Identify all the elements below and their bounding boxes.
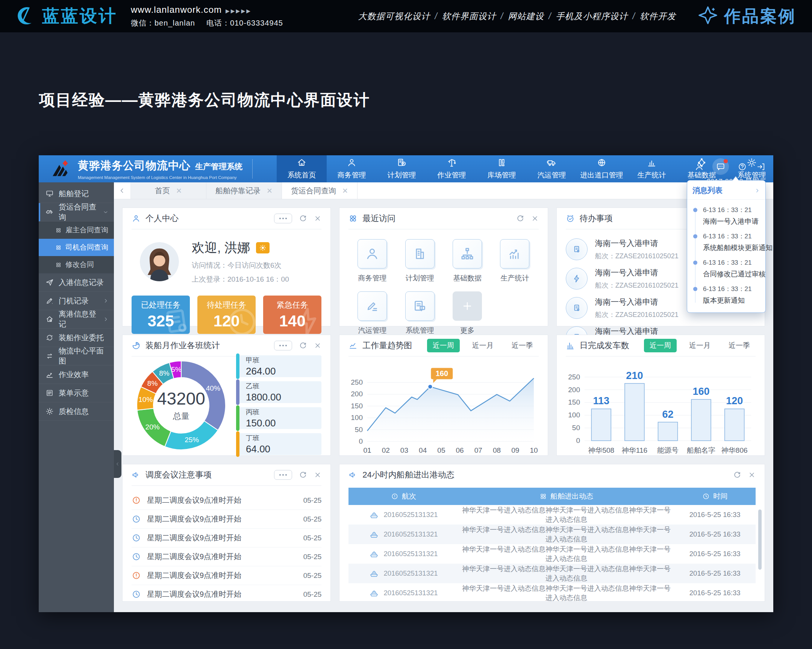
table-row[interactable]: 20160525131321神华天津一号进入动态信息神华天津一号进入动态信息神华… — [348, 525, 756, 544]
app-label: 生产统计 — [501, 273, 529, 283]
donut-legend: 甲班264.00乙班1800.00丙班150.00丁班64.00 — [237, 355, 321, 455]
grid-icon — [55, 262, 62, 268]
tab-bar: 首页✕船舶停靠记录✕货运合同查询✕ — [114, 182, 773, 199]
svg-text:50: 50 — [355, 426, 363, 434]
sidebar-label: 菜单示意 — [59, 388, 89, 398]
meeting-item[interactable]: 星期二调度会议9点准时开始05-25 — [131, 491, 321, 510]
filter-2[interactable]: 近一季 — [723, 339, 756, 352]
visit-info: 访问情况：今日访问次数6次 — [192, 261, 289, 270]
sidebar-item-3[interactable]: 门机记录 — [39, 292, 114, 310]
table-row[interactable]: 20160525131321神华天津一号进入动态信息神华天津一号进入动态信息神华… — [348, 563, 756, 583]
app-shortcut[interactable]: 计划管理 — [405, 239, 435, 283]
meeting-text: 星期二调度会议9点准时开始 — [147, 570, 241, 580]
sidebar-subitem-2[interactable]: 修改合同 — [39, 256, 114, 273]
more-button[interactable] — [274, 214, 292, 223]
meeting-item[interactable]: 星期二调度会议9点准时开始05-25 — [131, 529, 321, 547]
ship-time: 2016-5-25 16:33 — [674, 563, 756, 583]
sidebar-subitem-0[interactable]: 雇主合同查询 — [39, 221, 114, 239]
app-shortcut[interactable]: 生产统计 — [500, 239, 529, 283]
app-shortcut[interactable]: 基础数据 — [453, 239, 482, 283]
sidebar-subitem-1[interactable]: 司机合同查询 — [39, 239, 114, 256]
filter-1[interactable]: 近一月 — [467, 339, 499, 352]
nav-item-7[interactable]: 生产统计 — [627, 155, 677, 182]
sidebar-item-7[interactable]: 作业效率 — [39, 365, 114, 384]
message-item[interactable]: 6-13 16：33：21海南一号入港申请 — [687, 203, 765, 229]
sidebar-item-0[interactable]: 船舶登记 — [39, 185, 114, 203]
refresh-icon[interactable] — [733, 471, 741, 479]
app-shortcut[interactable]: 汽运管理 — [357, 292, 387, 335]
nav-item-6[interactable]: 进出道口管理 — [577, 155, 627, 182]
close-icon[interactable]: ✕ — [176, 186, 182, 195]
sidebar-item-8[interactable]: 菜单示意 — [39, 384, 114, 402]
sidebar-item-2[interactable]: 入港信息记录 — [39, 273, 114, 292]
app-shortcut[interactable]: 商务管理 — [357, 239, 387, 283]
sidebar-item-9[interactable]: 质检信息 — [39, 402, 114, 421]
help-icon[interactable] — [736, 161, 748, 172]
chevron-right-icon[interactable] — [754, 188, 760, 194]
tab-scroll-left-button[interactable] — [114, 182, 131, 199]
nav-item-5[interactable]: 汽运管理 — [527, 155, 577, 182]
alert-icon — [131, 496, 141, 505]
crane-icon — [447, 157, 457, 168]
site-logo[interactable]: 蓝蓝设计 — [0, 5, 117, 28]
app-shortcut[interactable]: 更多 — [453, 292, 482, 335]
app-shortcut[interactable]: 系统管理 — [405, 292, 435, 335]
close-icon[interactable] — [314, 342, 321, 349]
nav-item-4[interactable]: 库场管理 — [477, 155, 527, 182]
sidebar-item-4[interactable]: 离港信息登记 — [39, 310, 114, 328]
table-row[interactable]: 20160525131321神华天津一号进入动态信息神华天津一号进入动态信息神华… — [348, 583, 756, 601]
site-url[interactable]: www.lanlanwork.com — [131, 5, 222, 15]
svg-text:50: 50 — [572, 424, 580, 432]
filter-0[interactable]: 近一周 — [427, 339, 460, 352]
refresh-icon[interactable] — [299, 341, 307, 350]
meeting-date: 05-25 — [304, 496, 322, 505]
close-icon[interactable]: ✕ — [267, 186, 273, 195]
sidebar-item-6[interactable]: 物流中心平面图 — [39, 347, 114, 365]
close-icon[interactable]: ✕ — [342, 186, 348, 195]
dashboard-screenshot: 黄骅港务公司物流中心 生产管理系统 Management Management … — [39, 155, 773, 612]
message-text: 合同修改已通过审核 — [703, 269, 761, 279]
meeting-item[interactable]: 星期二调度会议9点准时开始05-25 — [131, 547, 321, 566]
refresh-icon[interactable] — [516, 214, 524, 223]
nav-item-3[interactable]: 作业管理 — [427, 155, 477, 182]
sidebar-item-1[interactable]: 货运合同查询 — [39, 203, 114, 221]
sidebar-item-5[interactable]: 装船作业委托 — [39, 328, 114, 347]
table-row[interactable]: 20160525131321神华天津一号进入动态信息神华天津一号进入动态信息神华… — [348, 505, 756, 525]
table-row[interactable]: 20160525131321神华天津一号进入动态信息神华天津一号进入动态信息神华… — [348, 544, 756, 563]
close-icon[interactable] — [748, 471, 756, 479]
port-logo-icon — [51, 159, 72, 178]
filter-1[interactable]: 近一月 — [684, 339, 716, 352]
message-item[interactable]: 6-13 16：33：21合同修改已通过审核 — [687, 255, 765, 282]
more-button[interactable] — [274, 341, 292, 350]
refresh-icon[interactable] — [299, 214, 307, 223]
close-icon[interactable] — [531, 215, 539, 222]
svg-text:05: 05 — [438, 446, 446, 454]
nav-item-2[interactable]: 计划管理 — [377, 155, 427, 182]
close-icon[interactable] — [314, 215, 321, 222]
tab-1[interactable]: 船舶停靠记录✕ — [206, 182, 282, 199]
svg-text:船舶名字: 船舶名字 — [687, 446, 715, 454]
message-item[interactable]: 6-13 16：33：21系统船舶模块更新通知 — [687, 229, 765, 255]
donut-chart: 40%25%20%10%8%8%5%43200总量 — [131, 357, 231, 454]
filter-0[interactable]: 近一周 — [644, 339, 677, 352]
filter-2[interactable]: 近一季 — [506, 339, 539, 352]
meeting-item[interactable]: 星期二调度会议9点准时开始05-25 — [131, 510, 321, 529]
tab-0[interactable]: 首页✕ — [131, 182, 206, 199]
messages-icon[interactable] — [712, 158, 729, 175]
more-button[interactable] — [274, 470, 292, 480]
refresh-icon[interactable] — [299, 471, 307, 479]
sidebar-collapse-handle[interactable] — [114, 450, 121, 478]
list-icon — [46, 389, 54, 397]
meeting-item[interactable]: 星期二调度会议9点准时开始05-25 — [131, 566, 321, 585]
table-scrollbar[interactable] — [758, 510, 762, 570]
close-icon[interactable] — [314, 471, 321, 479]
tab-2[interactable]: 货运合同查询✕ — [282, 182, 357, 199]
meeting-item[interactable]: 星期二调度会议9点准时开始05-25 — [131, 585, 321, 603]
logout-icon[interactable] — [755, 161, 766, 172]
portfolio-link[interactable]: 作品案例 — [697, 5, 796, 27]
message-item[interactable]: 6-13 16：33：21版本更新通知 — [687, 282, 765, 308]
handshake-icon — [46, 208, 54, 216]
nav-item-1[interactable]: 商务管理 — [327, 155, 377, 182]
nav-item-0[interactable]: 系统首页 — [277, 155, 327, 182]
user-icon[interactable] — [694, 161, 705, 172]
